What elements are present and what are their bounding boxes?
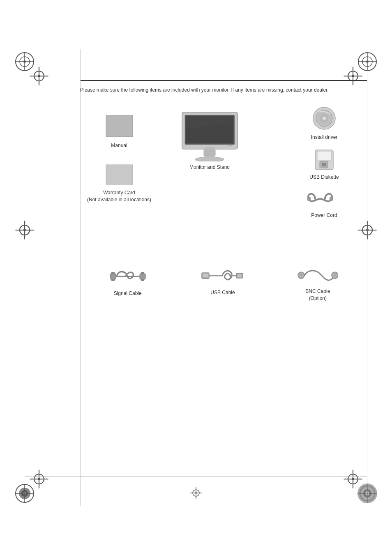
signal-cable-label: Signal Cable bbox=[114, 290, 142, 297]
usb-cable-label: USB Cable bbox=[210, 289, 235, 296]
install-driver-label: Install driver bbox=[311, 134, 338, 141]
svg-rect-65 bbox=[317, 151, 331, 160]
svg-point-85 bbox=[300, 274, 302, 276]
intro-text: Please make sure the following items are… bbox=[80, 86, 365, 94]
diskette-icon bbox=[314, 149, 334, 170]
center-column: Monitor and Stand bbox=[162, 110, 257, 171]
svg-rect-73 bbox=[140, 274, 145, 279]
svg-rect-69 bbox=[330, 197, 333, 201]
warranty-label: Warranty Card(Not available in all locat… bbox=[87, 189, 151, 203]
item-install-driver: Install driver bbox=[283, 106, 365, 141]
svg-point-88 bbox=[334, 274, 336, 276]
svg-rect-67 bbox=[322, 163, 326, 166]
corner-mark-bl bbox=[12, 481, 37, 506]
signal-cable-icon bbox=[109, 266, 146, 287]
svg-rect-82 bbox=[238, 274, 242, 277]
power-cord-icon bbox=[307, 189, 342, 209]
corner-mark-br2 bbox=[341, 467, 365, 491]
usb-cable-icon bbox=[201, 266, 244, 286]
svg-rect-50 bbox=[106, 115, 133, 137]
svg-point-63 bbox=[323, 117, 326, 120]
item-bnc-cable: BNC Cable(Option) bbox=[281, 266, 355, 302]
usb-diskette-label: USB Diskette bbox=[309, 174, 339, 181]
svg-point-57 bbox=[195, 157, 224, 161]
item-usb-diskette: USB Diskette bbox=[283, 149, 365, 181]
items-container: Manual Warranty Card(Not available in al… bbox=[80, 106, 365, 344]
svg-rect-56 bbox=[228, 145, 232, 146]
main-content: Please make sure the following items are… bbox=[80, 86, 365, 344]
svg-rect-59 bbox=[205, 147, 214, 150]
svg-rect-75 bbox=[141, 279, 144, 281]
rule-bottom bbox=[25, 477, 367, 477]
bottom-row: Signal Cable USB Cab bbox=[80, 266, 365, 302]
bnc-cable-label: BNC Cable(Option) bbox=[305, 288, 330, 302]
svg-rect-68 bbox=[307, 197, 311, 201]
right-column: Install driver USB Diskette bbox=[283, 106, 365, 223]
svg-rect-74 bbox=[141, 272, 144, 274]
svg-rect-51 bbox=[106, 165, 133, 184]
manual-label: Manual bbox=[111, 142, 127, 149]
left-column: Manual Warranty Card(Not available in al… bbox=[80, 114, 158, 203]
item-monitor: Monitor and Stand bbox=[180, 110, 240, 171]
svg-rect-70 bbox=[110, 274, 116, 279]
cd-icon bbox=[312, 106, 337, 131]
svg-rect-78 bbox=[203, 274, 208, 277]
corner-mark-tl2 bbox=[27, 64, 51, 88]
svg-rect-71 bbox=[111, 272, 115, 274]
power-cord-label: Power Cord bbox=[311, 212, 337, 219]
manual-icon bbox=[104, 114, 135, 139]
corner-mark-ml bbox=[12, 218, 37, 242]
corner-mark-tr bbox=[355, 49, 380, 74]
item-manual: Manual bbox=[80, 114, 158, 149]
rule-top bbox=[80, 80, 367, 81]
item-signal-cable: Signal Cable bbox=[91, 266, 165, 297]
bnc-cable-icon bbox=[297, 266, 338, 285]
item-warranty: Warranty Card(Not available in all locat… bbox=[80, 164, 158, 203]
svg-rect-72 bbox=[111, 279, 115, 281]
item-power-cord: Power Cord bbox=[283, 189, 365, 219]
corner-mark-bc bbox=[188, 485, 204, 502]
item-usb-cable: USB Cable bbox=[186, 266, 260, 296]
monitor-icon bbox=[180, 110, 240, 161]
rule-right bbox=[367, 49, 367, 506]
warranty-icon bbox=[104, 164, 135, 186]
monitor-label: Monitor and Stand bbox=[189, 164, 230, 171]
